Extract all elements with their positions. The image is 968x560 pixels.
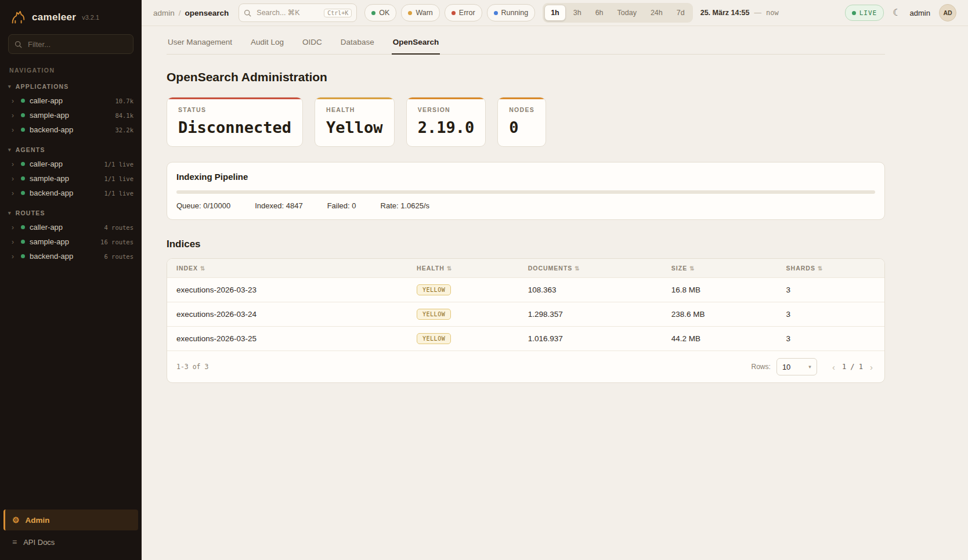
sidebar-item-api-docs[interactable]: ≡ API Docs [3, 532, 138, 552]
time-range-1h[interactable]: 1h [544, 5, 566, 21]
sidebar-item-sample-app[interactable]: › sample-app 84.1k [0, 108, 142, 122]
caret-down-icon: ▾ [8, 147, 12, 153]
sidebar-item-caller-app[interactable]: › caller-app 10.7k [0, 93, 142, 108]
sidebar-item-badge: 1/1 live [104, 190, 133, 197]
stat-card-nodes: NODES 0 [497, 97, 546, 147]
sidebar-item-badge: 1/1 live [104, 161, 133, 168]
table-row[interactable]: executions-2026-03-24 YELLOW 1.298.357 2… [167, 302, 884, 327]
status-dot [21, 176, 25, 180]
topbar: admin / opensearch Ctrl+K OK Warn [142, 0, 968, 26]
page-title: OpenSearch Administration [167, 70, 885, 84]
global-search[interactable]: Ctrl+K [239, 3, 357, 22]
sidebar-item-route-caller-app[interactable]: › caller-app 4 routes [0, 220, 142, 234]
search-icon [244, 9, 251, 17]
cell-size: 44.2 MB [662, 327, 777, 351]
sidebar-item-agent-caller-app[interactable]: › caller-app 1/1 live [0, 157, 142, 171]
sidebar-item-backend-app[interactable]: › backend-app 32.2k [0, 122, 142, 137]
stat-card-version: VERSION 2.19.0 [406, 97, 486, 147]
stat-label: NODES [509, 106, 534, 113]
sidebar-section-header-routes[interactable]: ▾ ROUTES [0, 207, 142, 220]
time-range-3h[interactable]: 3h [567, 5, 588, 21]
column-header-size[interactable]: SIZE⇅ [662, 259, 777, 278]
status-dot [494, 11, 498, 15]
date-range-display[interactable]: 25. März 14:55 — now [700, 9, 779, 17]
next-page-button[interactable]: › [868, 363, 875, 371]
pipeline-title: Indexing Pipeline [176, 172, 875, 182]
tab-database[interactable]: Database [339, 32, 375, 55]
column-header-index[interactable]: INDEX⇅ [167, 259, 407, 278]
sidebar-section-header-applications[interactable]: ▾ APPLICATIONS [0, 81, 142, 93]
dark-mode-toggle-icon[interactable]: ☾ [893, 8, 901, 17]
filter-pill-running[interactable]: Running [487, 4, 536, 21]
table-row[interactable]: executions-2026-03-23 YELLOW 108.363 16.… [167, 278, 884, 302]
tab-oidc[interactable]: OIDC [301, 32, 323, 55]
status-dot [21, 162, 25, 166]
sidebar: cameleer v3.2.1 NAVIGATION ▾ APPLICATION… [0, 0, 142, 560]
date-separator: — [754, 9, 761, 17]
status-dot [21, 99, 25, 103]
time-range-today[interactable]: Today [611, 5, 643, 21]
status-dot [452, 11, 456, 15]
sidebar-section-label: ROUTES [16, 209, 45, 216]
filter-pill-ok[interactable]: OK [364, 4, 396, 21]
chevron-right-icon: › [12, 175, 16, 182]
sidebar-item-admin[interactable]: ⚙ Admin [3, 510, 138, 530]
chevron-right-icon: › [12, 239, 16, 245]
chevron-right-icon: › [12, 190, 16, 197]
stat-accent-bar [407, 97, 486, 99]
avatar[interactable]: AD [939, 4, 956, 21]
chevron-right-icon: › [12, 253, 16, 260]
time-range-24h[interactable]: 24h [644, 5, 669, 21]
table-row[interactable]: executions-2026-03-25 YELLOW 1.016.937 4… [167, 327, 884, 351]
sidebar-section-header-agents[interactable]: ▾ AGENTS [0, 144, 142, 157]
live-badge[interactable]: LIVE [845, 5, 884, 21]
status-dot [21, 254, 25, 258]
sidebar-item-badge: 1/1 live [104, 175, 133, 182]
sidebar-item-route-sample-app[interactable]: › sample-app 16 routes [0, 234, 142, 249]
breadcrumb-parent[interactable]: admin [153, 9, 175, 17]
pipeline-stat-failed: Failed: 0 [327, 201, 356, 210]
live-label: LIVE [859, 9, 877, 17]
stat-label: STATUS [178, 106, 291, 113]
filter-pill-error[interactable]: Error [445, 4, 482, 21]
sidebar-item-agent-backend-app[interactable]: › backend-app 1/1 live [0, 186, 142, 200]
cell-documents: 1.016.937 [519, 327, 662, 351]
tab-opensearch[interactable]: OpenSearch [392, 32, 440, 55]
previous-page-button[interactable]: ‹ [830, 363, 837, 371]
time-range-7d[interactable]: 7d [670, 5, 691, 21]
column-header-health[interactable]: HEALTH⇅ [407, 259, 519, 278]
cell-index: executions-2026-03-24 [167, 302, 407, 327]
health-badge: YELLOW [417, 333, 451, 344]
logo: cameleer v3.2.1 [0, 0, 142, 32]
sidebar-filter-input[interactable] [27, 39, 127, 49]
pipeline-stat-indexed: Indexed: 4847 [255, 201, 302, 210]
cell-health: YELLOW [407, 302, 519, 327]
sidebar-filter[interactable] [8, 34, 133, 54]
stat-card-health: HEALTH Yellow [315, 97, 395, 147]
rows-per-page-select[interactable]: 10 ▾ [776, 358, 817, 375]
app-version: v3.2.1 [82, 14, 99, 21]
stat-value: 2.19.0 [418, 118, 475, 136]
column-header-documents[interactable]: DOCUMENTS⇅ [519, 259, 662, 278]
global-search-input[interactable] [255, 8, 320, 17]
indices-heading: Indices [167, 239, 885, 250]
sidebar-item-label: caller-app [30, 223, 99, 232]
page-indicator: 1 / 1 [842, 363, 863, 371]
caret-down-icon: ▾ [8, 84, 12, 89]
sidebar-item-badge: 16 routes [100, 239, 133, 245]
table-footer: 1-3 of 3 Rows: 10 ▾ ‹ 1 / 1 › [167, 351, 884, 382]
tab-user-management[interactable]: User Management [167, 32, 233, 55]
filter-pill-warn[interactable]: Warn [401, 4, 439, 21]
sidebar-item-label: backend-app [30, 252, 99, 261]
tab-audit-log[interactable]: Audit Log [250, 32, 285, 55]
table-footer-controls: Rows: 10 ▾ ‹ 1 / 1 › [752, 358, 875, 375]
cell-shards: 3 [777, 327, 884, 351]
sidebar-item-badge: 32.2k [115, 127, 133, 133]
cell-shards: 3 [777, 278, 884, 302]
time-range-6h[interactable]: 6h [589, 5, 610, 21]
sidebar-item-agent-sample-app[interactable]: › sample-app 1/1 live [0, 171, 142, 186]
sidebar-item-route-backend-app[interactable]: › backend-app 6 routes [0, 249, 142, 263]
status-filters: OK Warn Error Running [364, 4, 535, 21]
column-header-shards[interactable]: SHARDS⇅ [777, 259, 884, 278]
status-dot [21, 240, 25, 244]
